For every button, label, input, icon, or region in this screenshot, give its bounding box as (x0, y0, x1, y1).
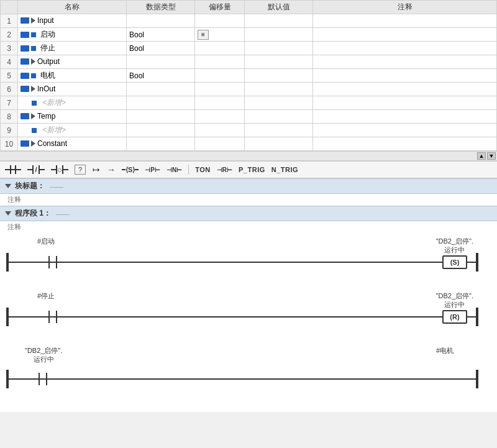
table-row[interactable]: 4Output (1, 55, 497, 69)
table-row[interactable]: 5电机Bool (1, 69, 497, 83)
table-row[interactable]: 6InOut (1, 83, 497, 96)
expand-icon[interactable] (31, 113, 35, 119)
expand-icon[interactable] (31, 86, 35, 92)
segment1-toggle[interactable] (5, 211, 11, 216)
block-header-label: 块标题： (15, 181, 45, 191)
assign-button[interactable]: ↦ (91, 163, 102, 176)
rung2-contact-label: #停止 (37, 291, 55, 301)
contact-symbol-1[interactable] (40, 256, 66, 268)
col-type-header: 数据类型 (127, 1, 195, 14)
row-number: 5 (1, 69, 18, 83)
group-icon (21, 86, 29, 92)
group-label: InOut (37, 85, 55, 93)
row-offset (195, 14, 245, 28)
segment1-comment: 注释 (0, 221, 497, 233)
row-number: 2 (1, 28, 18, 42)
set-coil-symbol-1[interactable]: (S) (434, 255, 476, 269)
p-contact-button[interactable]: ⊣P⊢ (144, 163, 162, 176)
row-number: 9 (1, 124, 18, 137)
arrow-button[interactable]: → (106, 163, 117, 176)
row-name[interactable]: InOut (18, 83, 127, 96)
table-row[interactable]: 10Constant (1, 137, 497, 151)
row-name: 停止 (18, 42, 127, 55)
rung1-coil-label: "DB2_启停". 运行中 (436, 237, 473, 255)
table-row[interactable]: 7<新增> (1, 96, 497, 110)
row-default (245, 28, 313, 42)
not-button[interactable]: ○ (50, 163, 70, 176)
rung1-contact-label: #启动 (37, 237, 55, 246)
right-power-rail-1 (476, 253, 478, 272)
ladder-toolbar: / ○ ? ↦ → ⟨S⟩ ⊣P⊢ ⊣N⊢ (0, 161, 497, 178)
reset-coil-button[interactable]: ⊣R⊢ (216, 163, 234, 176)
row-offset (195, 42, 245, 55)
row-name[interactable]: Constant (18, 137, 127, 151)
row-comment (313, 124, 497, 137)
block-header-section: 块标题： —— (0, 178, 497, 194)
row-default (245, 96, 313, 110)
row-datatype (127, 14, 195, 28)
expand-icon[interactable] (31, 58, 35, 65)
expand-icon[interactable] (31, 140, 35, 147)
new-item-label: <新增> (42, 125, 66, 135)
row-name[interactable]: Input (18, 14, 127, 28)
row-comment (313, 96, 497, 110)
row-comment (313, 55, 497, 69)
row-offset (195, 110, 245, 124)
row-number: 1 (1, 14, 18, 28)
unknown-button[interactable]: ? (73, 163, 87, 176)
ton-button[interactable]: TON (194, 163, 212, 176)
contact-nc-button[interactable]: / (26, 163, 46, 176)
row-default (245, 42, 313, 55)
rung3-contact-label: "DB2_启停". 运行中 (25, 346, 62, 364)
group-icon (21, 140, 29, 147)
contact-symbol-3[interactable] (30, 373, 56, 385)
block-header-toggle[interactable] (5, 184, 11, 188)
rung3-coil-label: #电机 (436, 346, 454, 355)
item-square-icon (31, 73, 36, 78)
row-name: 启动 (18, 28, 127, 42)
table-row[interactable]: 8Temp (1, 110, 497, 124)
block-header-value: —— (50, 183, 63, 190)
table-scrollbar: ▲ ▼ (0, 151, 497, 160)
contact-no-button[interactable] (4, 163, 22, 176)
offset-icon[interactable]: ≡ (198, 30, 209, 40)
set-coil-button[interactable]: ⟨S⟩ (121, 163, 140, 176)
ladder-rung-2: "DB2_启停". 运行中 #停止 (R) (6, 291, 491, 329)
row-comment (313, 137, 497, 151)
row-name[interactable]: Temp (18, 110, 127, 124)
row-default (245, 137, 313, 151)
group-label: Input (37, 16, 54, 25)
row-datatype (127, 110, 195, 124)
row-number: 10 (1, 137, 18, 151)
n-contact-button[interactable]: ⊣N⊢ (165, 163, 183, 176)
row-datatype (127, 137, 195, 151)
row-offset (195, 137, 245, 151)
wire-before-contact-2 (9, 316, 40, 318)
group-label: Temp (37, 112, 55, 121)
row-datatype (127, 83, 195, 96)
reset-coil-symbol-2[interactable]: (R) (434, 310, 476, 324)
table-row[interactable]: 9<新增> (1, 124, 497, 137)
contact-symbol-2[interactable] (40, 311, 66, 323)
col-comment-header: 注释 (313, 1, 497, 14)
n-trig-button[interactable]: N_TRIG (270, 163, 299, 176)
row-name: <新增> (18, 124, 127, 137)
row-name[interactable]: Output (18, 55, 127, 69)
right-power-rail-3 (476, 370, 478, 388)
table-row[interactable]: 2启动Bool≡ (1, 28, 497, 42)
scroll-down[interactable]: ▼ (487, 152, 496, 160)
table-row[interactable]: 1Input (1, 14, 497, 28)
row-name: 电机 (18, 69, 127, 83)
group-icon (21, 17, 29, 24)
p-trig-button[interactable]: P_TRIG (237, 163, 267, 176)
row-comment (313, 83, 497, 96)
expand-icon[interactable] (31, 17, 35, 24)
table-row[interactable]: 3停止Bool (1, 42, 497, 55)
new-item-icon (32, 101, 37, 106)
col-offset-header: 偏移量 (195, 1, 245, 14)
row-datatype: Bool (127, 69, 195, 83)
scroll-up[interactable]: ▲ (477, 152, 486, 160)
row-default (245, 14, 313, 28)
item-square-icon (31, 32, 36, 37)
item-label: 停止 (40, 43, 55, 53)
